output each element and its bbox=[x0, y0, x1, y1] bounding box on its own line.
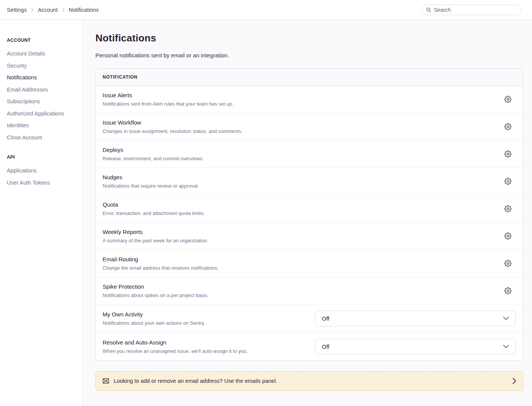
sidebar-item-close-account[interactable]: Close Account bbox=[7, 132, 78, 144]
issue-alerts-settings-button[interactable] bbox=[504, 96, 511, 103]
breadcrumb-separator-icon bbox=[62, 8, 65, 12]
breadcrumb-settings[interactable]: Settings bbox=[7, 7, 27, 13]
row-weekly-reports: Weekly Reports A summary of the past wee… bbox=[96, 223, 523, 250]
row-description: Notifications about your own actions on … bbox=[103, 320, 205, 326]
gear-icon bbox=[504, 96, 511, 103]
gear-icon bbox=[504, 205, 511, 212]
row-title: Issue Workflow bbox=[103, 119, 242, 126]
sidebar-section-api: API Applications User Auth Tokens bbox=[7, 155, 78, 189]
settings-sidebar: ACCOUNT Account Details Security Notific… bbox=[0, 20, 83, 406]
row-title: Email Routing bbox=[103, 256, 218, 263]
breadcrumb-notifications[interactable]: Notifications bbox=[69, 7, 99, 13]
sidebar-item-identities[interactable]: Identities bbox=[7, 120, 78, 132]
row-description: Changes in issue assignment, resolution … bbox=[103, 128, 242, 134]
row-issue-alerts: Issue Alerts Notifications sent from Ale… bbox=[96, 86, 523, 113]
quota-settings-button[interactable] bbox=[504, 205, 511, 213]
gear-icon bbox=[504, 260, 511, 267]
row-title: Deploys bbox=[103, 146, 204, 153]
row-title: Resolve and Auto-Assign bbox=[103, 339, 248, 346]
row-my-own-activity: My Own Activity Notifications about your… bbox=[96, 305, 523, 333]
page-title: Notifications bbox=[95, 32, 523, 44]
sidebar-heading-account: ACCOUNT bbox=[7, 38, 78, 43]
sidebar-item-account-details[interactable]: Account Details bbox=[7, 48, 78, 60]
row-description: A summary of the past week for an organi… bbox=[103, 238, 208, 244]
banner-text: Looking to add or remove an email addres… bbox=[114, 378, 277, 384]
row-title: Weekly Reports bbox=[103, 228, 208, 235]
page-subtitle: Personal notifications sent by email or … bbox=[95, 52, 523, 58]
sidebar-item-notifications[interactable]: Notifications bbox=[7, 72, 78, 84]
breadcrumb: Settings Account Notifications bbox=[7, 7, 99, 13]
row-nudges: Nudges Notifications that require review… bbox=[96, 168, 523, 195]
row-email-routing: Email Routing Change the email address t… bbox=[96, 250, 523, 277]
my-own-activity-select[interactable]: Off bbox=[315, 311, 516, 326]
nudges-settings-button[interactable] bbox=[504, 178, 511, 185]
panel-header: NOTIFICATION bbox=[96, 69, 523, 86]
sidebar-item-applications[interactable]: Applications bbox=[7, 165, 78, 177]
sidebar-item-security[interactable]: Security bbox=[7, 60, 78, 72]
sidebar-heading-api: API bbox=[7, 155, 78, 160]
resolve-auto-assign-select[interactable]: Off bbox=[315, 339, 516, 354]
spike-protection-settings-button[interactable] bbox=[504, 287, 511, 295]
select-value: Off bbox=[322, 343, 329, 350]
row-description: Notifications sent from Alert rules that… bbox=[103, 101, 233, 107]
row-description: Notifications about spikes on a per proj… bbox=[103, 292, 209, 299]
mail-icon bbox=[103, 378, 109, 384]
deploys-settings-button[interactable] bbox=[504, 150, 511, 158]
row-description: When you resolve an unassigned issue, we… bbox=[103, 348, 248, 354]
main-content: Notifications Personal notifications sen… bbox=[83, 20, 532, 406]
row-description: Release, environment, and commit overvie… bbox=[103, 156, 204, 162]
sidebar-section-account: ACCOUNT Account Details Security Notific… bbox=[7, 38, 78, 144]
row-title: Spike Protection bbox=[103, 283, 209, 290]
row-spike-protection: Spike Protection Notifications about spi… bbox=[96, 277, 523, 305]
chevron-down-icon bbox=[503, 317, 509, 320]
weekly-reports-settings-button[interactable] bbox=[504, 232, 511, 240]
row-title: Issue Alerts bbox=[103, 92, 233, 99]
gear-icon bbox=[504, 123, 511, 130]
gear-icon bbox=[504, 232, 511, 240]
chevron-down-icon bbox=[503, 345, 509, 348]
notifications-panel: NOTIFICATION Issue Alerts Notifications … bbox=[95, 68, 523, 361]
chevron-right-icon bbox=[513, 378, 516, 384]
sidebar-item-subscriptions[interactable]: Subscriptions bbox=[7, 96, 78, 108]
email-routing-settings-button[interactable] bbox=[504, 260, 511, 267]
sidebar-item-user-auth-tokens[interactable]: User Auth Tokens bbox=[7, 177, 78, 189]
row-quota: Quota Error, transaction, and attachment… bbox=[96, 195, 523, 223]
row-description: Error, transaction, and attachment quota… bbox=[103, 210, 205, 216]
gear-icon bbox=[504, 150, 511, 158]
row-resolve-auto-assign: Resolve and Auto-Assign When you resolve… bbox=[96, 333, 523, 360]
search-input[interactable] bbox=[434, 7, 517, 13]
row-deploys: Deploys Release, environment, and commit… bbox=[96, 141, 523, 168]
search-icon bbox=[426, 7, 431, 13]
row-description: Notifications that require review or app… bbox=[103, 183, 199, 189]
breadcrumb-separator-icon bbox=[31, 8, 33, 12]
row-description: Change the email address that receives n… bbox=[103, 265, 218, 271]
row-issue-workflow: Issue Workflow Changes in issue assignme… bbox=[96, 113, 523, 141]
issue-workflow-settings-button[interactable] bbox=[504, 123, 511, 131]
row-title: My Own Activity bbox=[103, 311, 205, 318]
sidebar-item-email-addresses[interactable]: Email Addresses bbox=[7, 84, 78, 96]
sidebar-item-authorized-applications[interactable]: Authorized Applications bbox=[7, 108, 78, 120]
search-box[interactable] bbox=[421, 5, 521, 15]
gear-icon bbox=[504, 178, 511, 185]
select-value: Off bbox=[322, 315, 329, 322]
emails-panel-banner[interactable]: Looking to add or remove an email addres… bbox=[95, 371, 523, 391]
gear-icon bbox=[504, 287, 511, 294]
row-title: Nudges bbox=[103, 174, 199, 181]
breadcrumb-account[interactable]: Account bbox=[38, 7, 57, 13]
top-header: Settings Account Notifications bbox=[0, 0, 532, 20]
row-title: Quota bbox=[103, 201, 205, 208]
